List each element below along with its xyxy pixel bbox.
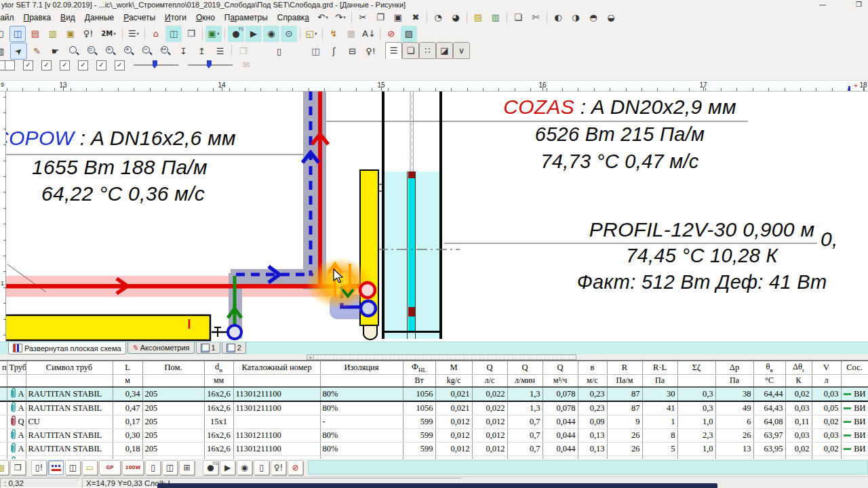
panel-tab-points[interactable]: ∷ xyxy=(419,42,436,59)
col-header-th[interactable]: θв xyxy=(753,361,785,375)
layer-checkbox[interactable]: ✓ xyxy=(115,60,125,70)
menu-окно[interactable]: Окно xyxy=(191,11,220,24)
gp-icon[interactable]: GP xyxy=(99,460,121,475)
line-style-icon[interactable]: ☰ xyxy=(212,43,229,60)
export-bmp-icon[interactable]: ▨ xyxy=(401,26,417,42)
scale-preset-button[interactable]: 2M▾ xyxy=(98,26,119,42)
menu-вид[interactable]: Вид xyxy=(56,11,80,24)
mode-collapse-icon[interactable]: ⊟ xyxy=(344,43,361,60)
valve-icon[interactable]: ◉ xyxy=(263,26,279,42)
layer-checkbox[interactable] xyxy=(5,60,15,70)
clipped-icon[interactable]: ▤ xyxy=(0,460,9,475)
pen-width-slider[interactable] xyxy=(134,60,178,70)
align-bottom-icon[interactable]: ↧ xyxy=(175,43,192,60)
col-header-trub[interactable]: Труб. xyxy=(7,361,26,375)
document-icon[interactable]: ❏ xyxy=(510,9,526,26)
horizontal-ruler[interactable]: 9 + 131415161718 xyxy=(0,80,868,92)
valves-icon[interactable]: ⊞ xyxy=(179,460,195,475)
table-row[interactable]: QCU0,1720515x1-5990,0120,0120,70,0440,09… xyxy=(0,415,868,429)
pen-width-slider[interactable] xyxy=(188,60,233,70)
menu-итоги[interactable]: Итоги xyxy=(160,11,191,24)
pipe-label-copow[interactable]: COPOW : A DN16x2,6 мм xyxy=(0,125,236,152)
layer-checkbox[interactable]: ✓ xyxy=(60,60,70,70)
comment-icon[interactable]: ✉ xyxy=(238,57,254,73)
col-header-dn[interactable]: dн xyxy=(204,361,233,375)
col-header-m[interactable]: M xyxy=(435,361,472,375)
pipe-temp-label[interactable]: 64,22 °С 0,36 м/с xyxy=(41,180,205,207)
pipe-label-cozas[interactable]: COZAS : A DN20x2,9 мм 6526 Вт 215 Па/м 7… xyxy=(483,94,757,175)
layer-checkbox[interactable]: ✓ xyxy=(23,60,33,70)
device-icon[interactable]: ⊙ xyxy=(281,26,297,42)
door-icon[interactable]: ▯! xyxy=(31,460,47,475)
heater-icon[interactable]: ▯ xyxy=(145,460,161,475)
zoom-in-step-icon[interactable]: + xyxy=(120,43,137,60)
radiator-drain-plug[interactable] xyxy=(363,325,377,340)
rooms-icon[interactable]: ◫ xyxy=(165,26,182,42)
table-row[interactable]: ARAUTITAN STABIL0,3420516x2,611301211100… xyxy=(0,387,868,401)
redo-icon[interactable]: ↷▾ xyxy=(332,9,349,26)
layers-icon[interactable]: ▥ xyxy=(45,26,61,42)
menu-параметры[interactable]: Параметры xyxy=(220,11,273,24)
valve-small-icon[interactable]: ◉ xyxy=(237,460,252,475)
col-header-dp[interactable]: Δp xyxy=(715,361,753,375)
clipped-left-icon[interactable]: ▢ xyxy=(0,26,8,42)
col-header-pom[interactable]: Пом. xyxy=(142,361,204,375)
drawing-canvas[interactable]: 1 xyxy=(0,92,868,342)
paste-icon[interactable]: ▣ xyxy=(390,9,406,26)
view-tab-3[interactable]: 1 xyxy=(196,342,220,354)
mode-pair-icon[interactable]: ◫ xyxy=(307,43,324,60)
layer-checkbox[interactable]: ✓ xyxy=(96,60,106,70)
cut-icon[interactable]: ✂ xyxy=(355,9,371,26)
panel-tab-frame[interactable]: ❏ xyxy=(402,42,419,59)
radiator-label[interactable]: PROFIL-12V-30 0,900 м 74,45 °С 10,28 К Ф… xyxy=(556,216,848,296)
table-row[interactable]: ARAUTITAN STABIL0,4720516x2,611301211100… xyxy=(0,401,868,415)
col-header-q3[interactable]: Q xyxy=(542,361,578,375)
col-header-symbol[interactable]: Символ труб xyxy=(26,361,113,375)
table-row[interactable]: ARAUTITAN STABIL0,1820516x2,611301211100… xyxy=(0,443,868,456)
pin-icon[interactable]: ♀! xyxy=(80,26,96,42)
grid-icon[interactable]: ▦ xyxy=(343,26,359,42)
col-header-sel[interactable]: п xyxy=(0,361,7,375)
align-top-icon[interactable]: ↥ xyxy=(193,43,210,60)
menu-правка[interactable]: Правка xyxy=(19,11,56,24)
format-brush-icon[interactable]: ✎ xyxy=(28,43,45,60)
panel-tab-fill[interactable]: ◪ xyxy=(436,42,453,59)
stamp-icon[interactable]: ▤ xyxy=(27,26,43,42)
mode-pin-icon[interactable]: ♀! xyxy=(362,43,379,60)
zoom-extents-icon[interactable]: ↔ xyxy=(157,43,174,60)
col-header-sz[interactable]: Σζ xyxy=(677,361,715,375)
col-header-w[interactable]: в xyxy=(578,361,607,375)
boiler-icon[interactable]: ◫ xyxy=(162,460,178,475)
riser-connection-point[interactable] xyxy=(228,325,241,339)
layer-checkbox[interactable]: ✓ xyxy=(41,60,52,70)
scroll-left-button[interactable]: ◂ xyxy=(307,355,314,359)
device-small-icon[interactable]: ▯ xyxy=(254,460,269,475)
col-header-q1[interactable]: Q xyxy=(472,361,507,375)
zoom-window-icon[interactable]: ▫ xyxy=(83,43,100,60)
rotate-left-icon[interactable]: ◓ xyxy=(585,9,601,26)
col-header-rl[interactable]: R·L xyxy=(642,361,677,375)
slider-thumb[interactable] xyxy=(207,60,212,66)
clipped-left-icon[interactable]: ▥ xyxy=(0,43,9,60)
sort-icon[interactable]: A↓ xyxy=(361,26,377,42)
col-header-cat[interactable]: Каталожный номер xyxy=(233,361,320,375)
wall-line-left[interactable] xyxy=(382,92,384,339)
mode-empty-icon[interactable] xyxy=(289,43,306,60)
col-header-sos[interactable]: Сос. xyxy=(841,361,868,375)
pin-small-icon[interactable]: ♀! xyxy=(271,460,286,475)
vertical-ruler[interactable]: 1 xyxy=(0,92,6,342)
panel-tab-list[interactable]: ☰ xyxy=(385,42,402,59)
flip-vertical-icon[interactable]: ◑ xyxy=(568,9,584,26)
building-icon[interactable]: ⌂ xyxy=(148,26,164,42)
lists-menu-button[interactable]: ☰▾ xyxy=(125,26,142,42)
power-100w-icon[interactable]: 100W xyxy=(122,460,144,475)
return-connection-point[interactable] xyxy=(361,301,376,316)
col-header-L[interactable]: L xyxy=(113,361,142,375)
catalog-icon[interactable]: ▥ xyxy=(488,9,504,26)
rooms-small-icon[interactable]: ◫ xyxy=(65,460,81,475)
view-tab-2[interactable]: ✎Аксонометрия xyxy=(127,342,195,354)
no-calc-icon[interactable]: ⊘ xyxy=(383,26,399,42)
forbid-small-icon[interactable]: ⊘ xyxy=(288,460,303,475)
restore-button[interactable]: ❐ xyxy=(856,0,862,9)
mode-f-icon[interactable]: ʃ xyxy=(326,43,342,60)
